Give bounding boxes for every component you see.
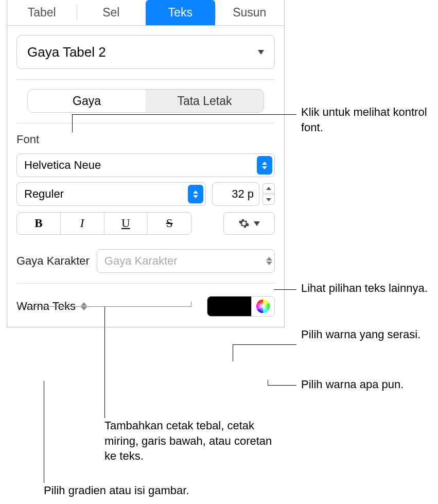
font-weight-value: Reguler [24, 187, 64, 201]
callout-any-color: Pilih warna apa pun. [301, 377, 435, 392]
text-color-well-group [207, 296, 275, 317]
callout-gradient-fill: Pilih gradien atau isi gambar. [44, 483, 260, 498]
seg-gaya-label: Gaya [73, 94, 101, 108]
callout-font-controls: Klik untuk melihat kontrol font. [301, 105, 435, 135]
callout-line [233, 344, 233, 361]
font-size-value: 32 p [232, 187, 254, 201]
paragraph-style-value: Gaya Tabel 2 [27, 44, 106, 60]
tab-teks[interactable]: Teks [146, 0, 215, 25]
chevron-up-icon [266, 187, 271, 190]
tab-sel-label: Sel [102, 6, 119, 20]
character-style-label: Gaya Karakter [16, 254, 90, 268]
divider [16, 283, 275, 284]
italic-button[interactable]: I [61, 213, 104, 234]
strike-glyph: S [166, 217, 173, 230]
callout-line [72, 114, 73, 132]
callout-line [233, 344, 296, 345]
font-size-input[interactable]: 32 p [212, 182, 259, 206]
font-family-value: Helvetica Neue [24, 159, 101, 172]
font-size-control: 32 p [212, 182, 275, 206]
callout-line [104, 307, 105, 418]
callout-line [44, 381, 44, 483]
svg-point-0 [256, 300, 270, 313]
tab-susun-label: Susun [233, 6, 266, 20]
tab-teks-label: Teks [168, 6, 192, 20]
chevron-down-icon [266, 198, 271, 201]
seg-tata-letak[interactable]: Tata Letak [146, 90, 264, 112]
callout-more-text: Lihat pilihan teks lainnya. [301, 281, 435, 296]
tab-susun[interactable]: Susun [215, 0, 285, 25]
color-wheel-button[interactable] [252, 297, 274, 316]
inspector-tabs: Tabel Sel Teks Susun [7, 0, 284, 26]
font-weight-select[interactable]: Reguler [16, 182, 206, 206]
bold-button[interactable]: B [17, 213, 61, 234]
character-style-select[interactable]: Gaya Karakter [97, 249, 275, 273]
color-wheel-icon [256, 300, 270, 313]
chevron-updown-icon [266, 257, 272, 265]
callout-line [72, 114, 296, 115]
divider [16, 123, 275, 124]
select-stepper-icon [257, 156, 272, 175]
tab-sel[interactable]: Sel [77, 0, 146, 25]
color-swatch[interactable] [207, 297, 252, 316]
tab-tabel[interactable]: Tabel [7, 0, 77, 25]
tab-tabel-label: Tabel [28, 6, 56, 20]
strikethrough-button[interactable]: S [148, 213, 191, 234]
select-stepper-icon [188, 185, 203, 203]
character-style-placeholder: Gaya Karakter [104, 254, 178, 268]
bold-glyph: B [34, 217, 42, 230]
paragraph-style-select[interactable]: Gaya Tabel 2 [16, 35, 275, 69]
underline-button[interactable]: U [104, 213, 148, 234]
font-size-step-down[interactable] [262, 195, 275, 205]
callout-matching-color: Pilih warna yang serasi. [301, 327, 435, 342]
italic-glyph: I [80, 217, 84, 230]
chevron-down-icon [258, 50, 264, 55]
seg-gaya[interactable]: Gaya [28, 90, 146, 112]
callout-bius: Tambahkan cetak tebal, cetak miring, gar… [104, 418, 274, 464]
font-size-stepper [262, 183, 275, 205]
font-family-select[interactable]: Helvetica Neue [16, 153, 275, 177]
seg-tata-letak-label: Tata Letak [177, 94, 232, 108]
callout-bracket [17, 302, 191, 307]
style-layout-segmented: Gaya Tata Letak [27, 89, 264, 113]
chevron-down-icon [254, 221, 260, 226]
gear-icon [238, 218, 250, 229]
font-section-heading: Font [16, 133, 275, 146]
advanced-options-button[interactable] [223, 212, 275, 235]
font-size-step-up[interactable] [262, 183, 275, 194]
underline-glyph: U [121, 217, 130, 230]
callout-line [268, 385, 296, 386]
callout-line [268, 380, 268, 385]
callout-line [274, 289, 296, 290]
format-inspector-panel: Tabel Sel Teks Susun Gaya Tabel 2 Gaya T… [7, 0, 285, 327]
text-style-group: B I U S [16, 212, 191, 235]
